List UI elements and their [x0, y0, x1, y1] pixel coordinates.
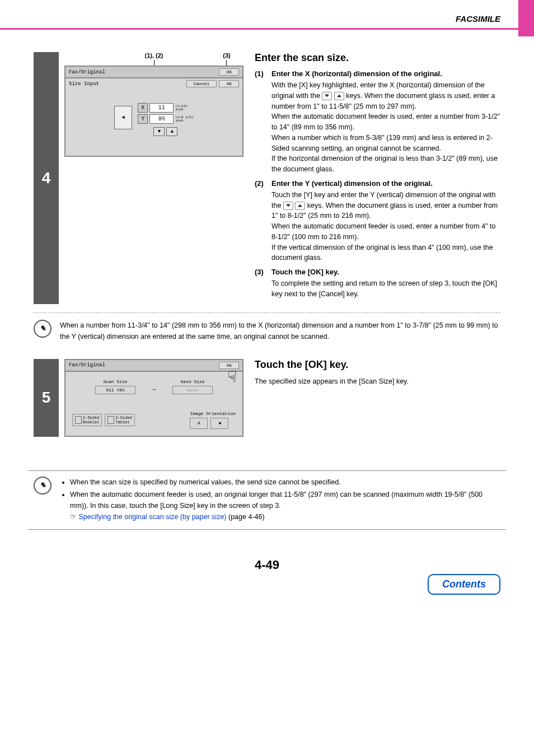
booklet-icon: [75, 416, 82, 424]
size-input-label: Size Input: [69, 81, 99, 87]
sub1-num: (1): [255, 69, 271, 175]
x-key[interactable]: X: [138, 103, 148, 113]
hand-pointer-icon: ☟: [227, 370, 237, 386]
tablet-button[interactable]: 2-Sided Tablet: [105, 414, 134, 426]
screen-panel-step5: Fax/Original OK ☟ Scan Size X11 Y8½ →: [64, 359, 243, 437]
page-number: 4-49: [0, 558, 534, 572]
down-key-icon: [322, 92, 332, 100]
y-key[interactable]: Y: [138, 114, 148, 124]
down-arrow-button[interactable]: ▼: [153, 127, 165, 136]
sub3-paragraph: To complete the setting and return to th…: [271, 278, 500, 300]
x-value: 11: [149, 103, 174, 113]
send-size-label: Send Size: [172, 379, 213, 384]
panel-ok-outer[interactable]: OK: [219, 68, 239, 76]
scan-size-button[interactable]: X11 Y8½: [95, 386, 135, 394]
section-title: FACSIMILE: [0, 14, 500, 24]
sub2-title: Enter the Y (vertical) dimension of the …: [271, 179, 500, 188]
note1-text: When a number from 11-3/4" to 14" (298 m…: [60, 320, 500, 342]
sub2-num: (2): [255, 179, 271, 263]
spec-link[interactable]: Specifying the original scan size (by pa…: [78, 513, 226, 521]
up-key-icon: [334, 92, 344, 100]
contents-button[interactable]: Contents: [428, 574, 500, 595]
screen-panel-step4: Fax/Original OK Size Input Cancel OK: [64, 66, 243, 157]
sub3-num: (3): [255, 268, 271, 300]
sub1-paragraph: With the [X] key highlighted, enter the …: [271, 80, 500, 175]
step4-title: Enter the scan size.: [255, 52, 500, 64]
y-range: (1~8 1/2) inch: [175, 116, 193, 123]
sub1-title: Enter the X (horizontal) dimension of th…: [271, 69, 500, 78]
step5-text: The specified size appears in the [Scan …: [255, 376, 500, 387]
y-value: 8½: [149, 114, 174, 124]
callout-3: (3): [210, 52, 243, 59]
step-number-4: 4: [34, 52, 59, 304]
orient-portrait[interactable]: A: [190, 418, 208, 429]
arrow-icon: →: [152, 386, 156, 393]
booklet-button[interactable]: 2-Sided Booklet: [72, 414, 102, 426]
note-icon: ✎: [34, 477, 51, 494]
panel-title: Fax/Original: [69, 69, 105, 75]
step5-title: Touch the [OK] key.: [255, 359, 500, 371]
note2-list: When the scan size is specified by numer…: [60, 477, 500, 524]
callout-12: (1), (2): [64, 52, 210, 59]
step-number-5: 5: [34, 359, 59, 437]
orient-label: Image Orientation: [190, 411, 236, 416]
x-range: (1~14) inch: [175, 105, 188, 111]
up-arrow-button[interactable]: ▲: [166, 127, 177, 136]
sub3-title: Touch the [OK] key.: [271, 268, 500, 276]
up-key-icon: [295, 202, 305, 210]
sub2-paragraph: Touch the [Y] key and enter the Y (verti…: [271, 190, 500, 263]
send-size-button: Auto: [172, 386, 213, 394]
ok-button[interactable]: OK: [219, 80, 239, 87]
down-key-icon: [283, 202, 293, 210]
scan-size-label: Scan Size: [95, 379, 135, 384]
orient-landscape[interactable]: ◄: [210, 418, 228, 429]
paper-icon: [114, 106, 132, 129]
panel5-title: Fax/Original: [69, 362, 105, 368]
cancel-button[interactable]: Cancel: [186, 80, 217, 87]
panel5-ok[interactable]: OK: [219, 362, 239, 369]
note-icon: ✎: [34, 320, 51, 338]
tablet-icon: [107, 416, 114, 424]
